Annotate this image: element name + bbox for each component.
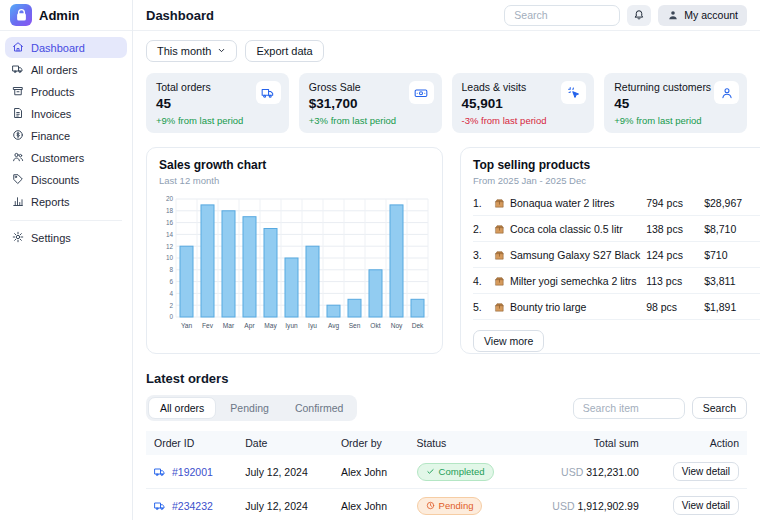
svg-text:16: 16 (166, 219, 174, 226)
box-icon (12, 85, 24, 99)
sidebar-item-settings[interactable]: Settings (5, 227, 127, 248)
tab-confirmed[interactable]: Confirmed (283, 397, 355, 419)
sidebar-divider (10, 220, 122, 221)
table-row: #234232July 12, 2024Alex JohnPendingUSD1… (146, 489, 747, 520)
svg-text:0: 0 (169, 313, 173, 320)
product-name: Bonaqua water 2 litres (494, 197, 640, 209)
shopping-bag-logo-icon (10, 4, 32, 26)
sidebar-item-reports[interactable]: Reports (5, 191, 127, 212)
stat-card-total-orders: Total orders45+9% from last period (146, 73, 289, 133)
product-rank: 2. (473, 223, 488, 235)
banknote-icon (409, 81, 434, 104)
truck-icon (12, 63, 24, 77)
column-header-status: Status (409, 431, 522, 455)
sidebar-item-discounts[interactable]: Discounts (5, 169, 127, 190)
sidebar-item-customers[interactable]: Customers (5, 147, 127, 168)
column-header-order-id: Order ID (146, 431, 237, 455)
bell-icon (633, 8, 645, 23)
product-amount: $1,891 (704, 301, 760, 313)
orders-table-body: #192001July 12, 2024Alex JohnCompletedUS… (146, 455, 747, 520)
stat-card-returning-customers: Returning customers45+9% from last perio… (604, 73, 747, 133)
view-more-button[interactable]: View more (473, 330, 544, 352)
order-id-link[interactable]: #192001 (154, 466, 229, 478)
svg-text:Noy: Noy (391, 322, 403, 330)
check-icon (426, 467, 435, 476)
person-icon (714, 81, 739, 104)
export-data-button[interactable]: Export data (245, 40, 323, 62)
stat-card-delta: +3% from last period (309, 115, 432, 126)
svg-text:Apr: Apr (244, 322, 255, 330)
search-input[interactable] (504, 5, 620, 26)
cursor-click-icon (561, 81, 586, 104)
sales-growth-chart-svg: 02468101214161820YanFevMarAprMayIyunIyuA… (159, 194, 430, 332)
order-total: USD1,912,902.99 (522, 489, 647, 520)
orders-table-head: Order IDDateOrder byStatusTotal sumActio… (146, 431, 747, 455)
svg-text:20: 20 (166, 195, 174, 202)
bar-May (264, 229, 277, 318)
report-icon (12, 195, 24, 209)
stat-card-delta: +9% from last period (614, 115, 737, 126)
product-row: 3.Samsung Galaxy S27 Black124 pcs$710 (473, 242, 760, 268)
topbar-actions: My account (504, 5, 747, 26)
stat-card-delta: +9% from last period (156, 115, 279, 126)
sidebar-footer-nav: Settings (0, 227, 132, 250)
orders-table: Order IDDateOrder byStatusTotal sumActio… (146, 431, 747, 520)
truck-icon (154, 500, 166, 512)
svg-text:4: 4 (169, 290, 173, 297)
sidebar-item-invoices[interactable]: Invoices (5, 103, 127, 124)
order-date: July 12, 2024 (237, 455, 333, 489)
svg-text:Iyu: Iyu (308, 322, 317, 330)
product-name: Milter yogi semechka 2 litrs (494, 275, 640, 287)
stat-card-gross-sale: Gross Sale$31,700+3% from last period (299, 73, 442, 133)
home-icon (12, 41, 24, 55)
my-account-button[interactable]: My account (658, 5, 747, 26)
top-products-list: 1.Bonaqua water 2 litres794 pcs$28,9672.… (473, 190, 760, 320)
svg-text:6: 6 (169, 278, 173, 285)
column-header-order-by: Order by (333, 431, 409, 455)
bar-Dek (411, 299, 424, 317)
sidebar-item-finance[interactable]: Finance (5, 125, 127, 146)
sales-growth-panel: Sales growth chart Last 12 month 0246810… (146, 147, 443, 354)
svg-text:8: 8 (169, 266, 173, 273)
export-data-label: Export data (256, 45, 312, 57)
status-badge: Completed (417, 463, 494, 481)
svg-text:Avg: Avg (328, 322, 340, 330)
sidebar: Admin DashboardAll ordersProductsInvoice… (0, 0, 133, 520)
top-products-title: Top selling products (473, 158, 760, 172)
table-row: #192001July 12, 2024Alex JohnCompletedUS… (146, 455, 747, 489)
orders-search-input[interactable] (573, 398, 685, 419)
sidebar-item-dashboard[interactable]: Dashboard (5, 37, 127, 58)
period-dropdown[interactable]: This month (146, 40, 237, 62)
admin-app: Admin DashboardAll ordersProductsInvoice… (0, 0, 760, 520)
brand-header: Admin (0, 0, 132, 31)
chart-subtitle: Last 12 month (159, 175, 430, 186)
package-icon (494, 276, 505, 287)
column-header-total-sum: Total sum (522, 431, 647, 455)
sidebar-nav: DashboardAll ordersProductsInvoicesFinan… (0, 31, 132, 214)
svg-text:14: 14 (166, 231, 174, 238)
package-icon (494, 224, 505, 235)
sidebar-item-all-orders[interactable]: All orders (5, 59, 127, 80)
product-name: Bounty trio large (494, 301, 640, 313)
order-total: USD312,231.00 (522, 455, 647, 489)
sidebar-item-products[interactable]: Products (5, 81, 127, 102)
product-name: Samsung Galaxy S27 Black (494, 249, 640, 261)
dollar-icon (12, 129, 24, 143)
product-amount: $710 (704, 249, 760, 261)
orders-search-button[interactable]: Search (692, 397, 747, 419)
product-amount: $28,967 (704, 197, 760, 209)
sidebar-item-label: Customers (31, 152, 84, 164)
latest-orders-title: Latest orders (146, 371, 747, 386)
notifications-button[interactable] (627, 5, 651, 26)
chevron-down-icon (217, 45, 226, 57)
view-detail-button[interactable]: View detail (673, 496, 739, 515)
clock-icon (426, 501, 435, 510)
svg-text:18: 18 (166, 207, 174, 214)
orders-search-group: Search (573, 397, 747, 419)
view-detail-button[interactable]: View detail (673, 462, 739, 481)
svg-text:10: 10 (166, 254, 174, 261)
tab-all-orders[interactable]: All orders (148, 397, 216, 419)
tab-pending[interactable]: Pending (218, 397, 281, 419)
order-id-link[interactable]: #234232 (154, 500, 229, 512)
svg-text:Iyun: Iyun (285, 322, 298, 330)
